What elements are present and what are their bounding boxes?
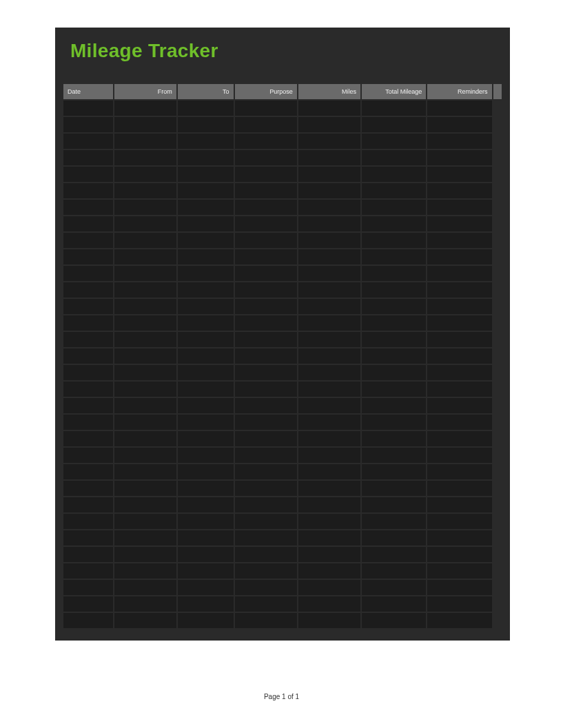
table-cell[interactable] xyxy=(362,249,426,264)
table-cell[interactable] xyxy=(427,431,491,446)
table-cell[interactable] xyxy=(178,481,234,496)
table-cell[interactable] xyxy=(235,150,297,165)
table-cell[interactable] xyxy=(362,233,426,248)
table-cell[interactable] xyxy=(63,365,113,380)
table-cell[interactable] xyxy=(235,249,297,264)
table-cell[interactable] xyxy=(235,282,297,298)
table-cell[interactable] xyxy=(235,315,297,331)
col-header-miles[interactable]: Miles xyxy=(298,84,360,99)
table-cell[interactable] xyxy=(362,596,426,612)
table-cell[interactable] xyxy=(362,398,426,413)
table-cell[interactable] xyxy=(427,481,491,496)
table-cell[interactable] xyxy=(178,547,234,562)
table-cell[interactable] xyxy=(427,497,491,512)
table-cell[interactable] xyxy=(362,448,426,463)
table-cell[interactable] xyxy=(63,101,113,116)
table-cell[interactable] xyxy=(114,117,176,132)
table-cell[interactable] xyxy=(362,183,426,198)
table-cell[interactable] xyxy=(235,183,297,198)
table-cell[interactable] xyxy=(362,547,426,562)
table-cell[interactable] xyxy=(298,299,360,314)
table-cell[interactable] xyxy=(114,266,176,281)
table-cell[interactable] xyxy=(427,167,491,182)
table-cell[interactable] xyxy=(427,117,491,132)
table-cell[interactable] xyxy=(114,596,176,612)
table-cell[interactable] xyxy=(362,150,426,165)
table-cell[interactable] xyxy=(362,167,426,182)
table-cell[interactable] xyxy=(235,547,297,562)
table-cell[interactable] xyxy=(298,431,360,446)
table-cell[interactable] xyxy=(298,249,360,264)
table-cell[interactable] xyxy=(298,266,360,281)
col-header-to[interactable]: To xyxy=(178,84,234,99)
table-cell[interactable] xyxy=(178,431,234,446)
table-cell[interactable] xyxy=(178,200,234,215)
table-cell[interactable] xyxy=(235,431,297,446)
table-cell[interactable] xyxy=(298,563,360,579)
table-cell[interactable] xyxy=(178,497,234,512)
table-cell[interactable] xyxy=(362,464,426,479)
table-cell[interactable] xyxy=(298,365,360,380)
table-cell[interactable] xyxy=(114,134,176,149)
table-cell[interactable] xyxy=(178,563,234,579)
table-cell[interactable] xyxy=(235,117,297,132)
table-cell[interactable] xyxy=(63,266,113,281)
table-cell[interactable] xyxy=(178,216,234,231)
table-cell[interactable] xyxy=(427,514,491,529)
table-cell[interactable] xyxy=(178,382,234,397)
table-cell[interactable] xyxy=(114,216,176,231)
table-cell[interactable] xyxy=(63,448,113,463)
table-cell[interactable] xyxy=(298,315,360,331)
table-cell[interactable] xyxy=(178,613,234,628)
table-cell[interactable] xyxy=(235,448,297,463)
table-cell[interactable] xyxy=(114,530,176,545)
table-cell[interactable] xyxy=(427,134,491,149)
table-cell[interactable] xyxy=(235,613,297,628)
table-cell[interactable] xyxy=(178,249,234,264)
col-header-date[interactable]: Date xyxy=(63,84,113,99)
table-cell[interactable] xyxy=(362,266,426,281)
table-cell[interactable] xyxy=(362,315,426,331)
table-cell[interactable] xyxy=(235,365,297,380)
table-cell[interactable] xyxy=(178,530,234,545)
table-cell[interactable] xyxy=(427,530,491,545)
table-cell[interactable] xyxy=(298,150,360,165)
table-cell[interactable] xyxy=(235,497,297,512)
table-cell[interactable] xyxy=(114,415,176,430)
table-cell[interactable] xyxy=(235,530,297,545)
table-cell[interactable] xyxy=(427,563,491,579)
table-cell[interactable] xyxy=(178,167,234,182)
table-cell[interactable] xyxy=(427,332,491,347)
table-cell[interactable] xyxy=(298,497,360,512)
table-cell[interactable] xyxy=(178,464,234,479)
table-cell[interactable] xyxy=(235,200,297,215)
table-cell[interactable] xyxy=(63,497,113,512)
table-cell[interactable] xyxy=(362,530,426,545)
table-cell[interactable] xyxy=(298,282,360,298)
col-header-total-mileage[interactable]: Total Mileage xyxy=(362,84,426,99)
table-cell[interactable] xyxy=(63,134,113,149)
table-cell[interactable] xyxy=(427,464,491,479)
table-cell[interactable] xyxy=(178,448,234,463)
table-cell[interactable] xyxy=(298,547,360,562)
table-cell[interactable] xyxy=(114,150,176,165)
table-cell[interactable] xyxy=(114,332,176,347)
table-cell[interactable] xyxy=(298,464,360,479)
table-cell[interactable] xyxy=(362,349,426,364)
table-cell[interactable] xyxy=(362,117,426,132)
table-cell[interactable] xyxy=(114,349,176,364)
table-cell[interactable] xyxy=(298,117,360,132)
table-cell[interactable] xyxy=(427,382,491,397)
col-header-from[interactable]: From xyxy=(114,84,176,99)
table-cell[interactable] xyxy=(362,415,426,430)
table-cell[interactable] xyxy=(427,299,491,314)
table-cell[interactable] xyxy=(63,563,113,579)
table-cell[interactable] xyxy=(362,580,426,595)
table-cell[interactable] xyxy=(178,398,234,413)
table-cell[interactable] xyxy=(114,481,176,496)
table-cell[interactable] xyxy=(298,448,360,463)
table-cell[interactable] xyxy=(63,415,113,430)
table-cell[interactable] xyxy=(362,134,426,149)
table-cell[interactable] xyxy=(362,497,426,512)
table-cell[interactable] xyxy=(114,382,176,397)
